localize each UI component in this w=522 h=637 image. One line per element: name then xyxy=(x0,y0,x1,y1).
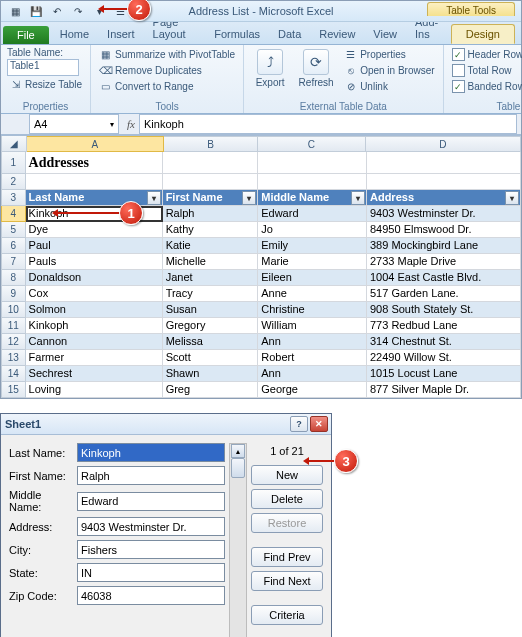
table-name-input[interactable]: Table1 xyxy=(7,59,79,76)
cell-address[interactable]: 773 Redbud Lane xyxy=(367,318,521,334)
summarize-pivot-button[interactable]: ▦Summarize with PivotTable xyxy=(97,47,237,62)
header-last-name[interactable]: Last Name▾ xyxy=(26,190,163,206)
fx-icon[interactable]: fx xyxy=(123,118,139,130)
cell-middle-name[interactable]: Anne xyxy=(258,286,367,302)
export-button[interactable]: ⤴Export xyxy=(250,47,290,101)
tab-view[interactable]: View xyxy=(364,24,406,44)
cell-first-name[interactable]: Susan xyxy=(163,302,259,318)
tab-design[interactable]: Design xyxy=(451,24,515,44)
cell-middle-name[interactable]: William xyxy=(258,318,367,334)
total-row-check[interactable]: Total Row xyxy=(450,63,522,78)
cell-address[interactable]: 1015 Locust Lane xyxy=(367,366,521,382)
col-header-c[interactable]: C xyxy=(258,136,366,152)
cell-first-name[interactable]: Scott xyxy=(163,350,259,366)
remove-duplicates-button[interactable]: ⌫Remove Duplicates xyxy=(97,63,237,78)
row-header[interactable]: 13 xyxy=(1,350,26,366)
form-scrollbar[interactable]: ▲ ▼ xyxy=(229,443,247,637)
ext-properties-button[interactable]: ☰Properties xyxy=(342,47,436,62)
cell-first-name[interactable]: Tracy xyxy=(163,286,259,302)
excel-icon[interactable]: ▦ xyxy=(5,1,25,21)
tab-insert[interactable]: Insert xyxy=(98,24,144,44)
header-first-name[interactable]: First Name▾ xyxy=(163,190,259,206)
cell-address[interactable]: 84950 Elmswood Dr. xyxy=(367,222,521,238)
criteria-button[interactable]: Criteria xyxy=(251,605,323,625)
cell-address[interactable]: 389 Mockingbird Lane xyxy=(367,238,521,254)
cell-last-name[interactable]: Kinkoph xyxy=(26,318,163,334)
scroll-up-icon[interactable]: ▲ xyxy=(231,444,245,458)
row-header[interactable]: 1 xyxy=(1,152,26,174)
cell-first-name[interactable]: Katie xyxy=(163,238,259,254)
select-all[interactable]: ◢ xyxy=(1,136,27,152)
cell-first-name[interactable]: Greg xyxy=(163,382,259,398)
input-last-name[interactable]: Kinkoph xyxy=(77,443,225,462)
header-row-check[interactable]: ✓Header Row xyxy=(450,47,522,62)
cell-first-name[interactable]: Michelle xyxy=(163,254,259,270)
row-header[interactable]: 8 xyxy=(1,270,26,286)
cell-first-name[interactable]: Ralph xyxy=(163,206,259,222)
cell-address[interactable]: 877 Silver Maple Dr. xyxy=(367,382,521,398)
close-icon[interactable]: ✕ xyxy=(310,416,328,432)
row-header[interactable]: 2 xyxy=(1,174,26,190)
tab-home[interactable]: Home xyxy=(51,24,98,44)
cell-middle-name[interactable]: Emily xyxy=(258,238,367,254)
cell-middle-name[interactable]: Ann xyxy=(258,334,367,350)
row-header[interactable]: 9 xyxy=(1,286,26,302)
sheet-title[interactable]: Addresses xyxy=(26,152,163,174)
cell-last-name[interactable]: Loving xyxy=(26,382,163,398)
cell-last-name[interactable]: Farmer xyxy=(26,350,163,366)
resize-table-button[interactable]: ⇲Resize Table xyxy=(7,77,84,92)
tab-formulas[interactable]: Formulas xyxy=(205,24,269,44)
redo-icon[interactable]: ↷ xyxy=(68,1,88,21)
convert-range-button[interactable]: ▭Convert to Range xyxy=(97,79,237,94)
cell-middle-name[interactable]: Eileen xyxy=(258,270,367,286)
cell-address[interactable]: 9403 Westminster Dr. xyxy=(367,206,521,222)
cell-last-name[interactable]: Donaldson xyxy=(26,270,163,286)
filter-dropdown-icon[interactable]: ▾ xyxy=(505,191,519,205)
delete-button[interactable]: Delete xyxy=(251,489,323,509)
filter-dropdown-icon[interactable]: ▾ xyxy=(351,191,365,205)
header-middle-name[interactable]: Middle Name▾ xyxy=(258,190,367,206)
cell-first-name[interactable]: Shawn xyxy=(163,366,259,382)
help-icon[interactable]: ? xyxy=(290,416,308,432)
cell-last-name[interactable]: Cox xyxy=(26,286,163,302)
cell-middle-name[interactable]: Marie xyxy=(258,254,367,270)
cell-middle-name[interactable]: Edward xyxy=(258,206,367,222)
new-button[interactable]: New xyxy=(251,465,323,485)
input-zip[interactable]: 46038 xyxy=(77,586,225,605)
cell-middle-name[interactable]: Jo xyxy=(258,222,367,238)
name-box[interactable]: A4▾ xyxy=(29,114,119,134)
row-header[interactable]: 14 xyxy=(1,366,26,382)
save-icon[interactable]: 💾 xyxy=(26,1,46,21)
input-city[interactable]: Fishers xyxy=(77,540,225,559)
unlink-button[interactable]: ⊘Unlink xyxy=(342,79,436,94)
cell-address[interactable]: 314 Chestnut St. xyxy=(367,334,521,350)
row-header[interactable]: 15 xyxy=(1,382,26,398)
cell-last-name[interactable]: Solmon xyxy=(26,302,163,318)
row-header[interactable]: 11 xyxy=(1,318,26,334)
col-header-d[interactable]: D xyxy=(366,136,521,152)
input-first-name[interactable]: Ralph xyxy=(77,466,225,485)
refresh-button[interactable]: ⟳Refresh xyxy=(296,47,336,101)
header-address[interactable]: Address▾ xyxy=(367,190,521,206)
formula-input[interactable]: Kinkoph xyxy=(139,114,517,134)
input-middle-name[interactable]: Edward xyxy=(77,492,225,511)
cell-middle-name[interactable]: Robert xyxy=(258,350,367,366)
restore-button[interactable]: Restore xyxy=(251,513,323,533)
tab-file[interactable]: File xyxy=(3,26,49,44)
col-header-a[interactable]: A xyxy=(27,136,164,152)
filter-dropdown-icon[interactable]: ▾ xyxy=(147,191,161,205)
cell-last-name[interactable]: Dye xyxy=(26,222,163,238)
cell-address[interactable]: 1004 East Castle Blvd. xyxy=(367,270,521,286)
open-browser-button[interactable]: ⎋Open in Browser xyxy=(342,63,436,78)
cell-last-name[interactable]: Cannon xyxy=(26,334,163,350)
filter-dropdown-icon[interactable]: ▾ xyxy=(242,191,256,205)
input-address[interactable]: 9403 Westminster Dr. xyxy=(77,517,225,536)
find-next-button[interactable]: Find Next xyxy=(251,571,323,591)
tab-review[interactable]: Review xyxy=(310,24,364,44)
find-prev-button[interactable]: Find Prev xyxy=(251,547,323,567)
cell-middle-name[interactable]: Christine xyxy=(258,302,367,318)
cell-first-name[interactable]: Kathy xyxy=(163,222,259,238)
row-header[interactable]: 7 xyxy=(1,254,26,270)
banded-rows-check[interactable]: ✓Banded Rows xyxy=(450,79,522,94)
row-header[interactable]: 6 xyxy=(1,238,26,254)
